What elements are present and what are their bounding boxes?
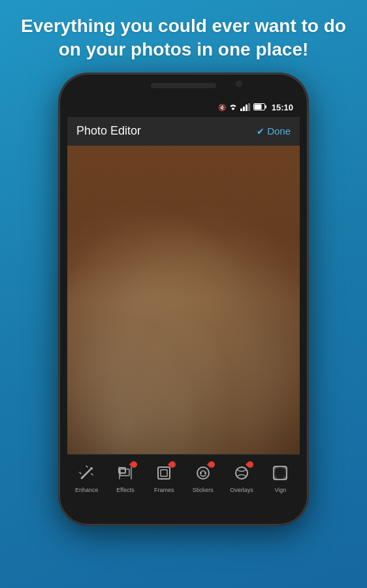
bottom-toolbar: Enhance Effects [67,454,300,500]
svg-rect-1 [243,106,245,111]
phone-screen: 🔇 [67,99,300,500]
signal-icon [240,103,251,112]
svg-rect-24 [274,466,287,480]
svg-line-12 [86,466,88,467]
svg-rect-5 [265,105,266,108]
hero-tagline: Everything you could ever want to do on … [0,0,367,74]
wifi-icon [229,103,238,112]
svg-point-19 [197,467,209,479]
tool-stickers[interactable]: Stickers [184,455,222,500]
phone-camera [236,80,242,87]
battery-icon [253,103,266,112]
phone-speaker [151,83,216,88]
action-bar: Photo Editor ✔ Done [67,117,300,146]
photo-area [67,146,300,454]
vignette-icon-wrap [268,461,292,485]
enhance-icon-wrap [75,461,99,485]
svg-rect-6 [254,105,261,110]
done-button[interactable]: ✔ Done [257,125,291,137]
status-time: 15:10 [272,103,293,112]
svg-line-8 [82,476,84,478]
effects-icon-wrap [114,461,137,485]
frames-icon-wrap [152,461,176,485]
tool-enhance[interactable]: Enhance [67,455,106,500]
svg-rect-18 [161,470,167,476]
overlays-label: Overlays [230,487,253,493]
svg-line-10 [80,472,81,474]
vignette-label: Vign [274,487,286,493]
svg-rect-2 [246,105,247,111]
tool-effects[interactable]: Effects [106,455,144,500]
tool-frames[interactable]: Frames [145,455,184,500]
mute-icon: 🔇 [218,104,226,111]
enhance-label: Enhance [75,487,99,493]
frames-label: Frames [154,487,174,493]
vignette-icon [272,465,289,482]
tool-vignette[interactable]: Vign [261,455,300,500]
svg-point-21 [204,472,206,474]
phone-mockup: 🔇 [59,74,308,525]
done-check-icon: ✔ [257,126,264,137]
svg-rect-3 [248,103,250,111]
svg-point-9 [90,467,93,470]
svg-rect-0 [240,108,242,111]
effects-label: Effects [116,487,134,493]
app-title: Photo Editor [76,124,141,138]
stickers-icon-wrap [191,461,215,485]
tool-overlays[interactable]: Overlays [222,455,261,500]
photo-placeholder [67,146,300,454]
done-label: Done [267,125,291,137]
stickers-label: Stickers [193,487,214,493]
svg-point-20 [200,472,202,474]
enhance-icon [78,465,95,482]
status-bar: 🔇 [67,99,300,117]
svg-rect-17 [158,467,170,479]
status-icons: 🔇 [218,103,293,112]
overlays-icon-wrap [230,461,253,485]
svg-line-11 [91,474,93,475]
